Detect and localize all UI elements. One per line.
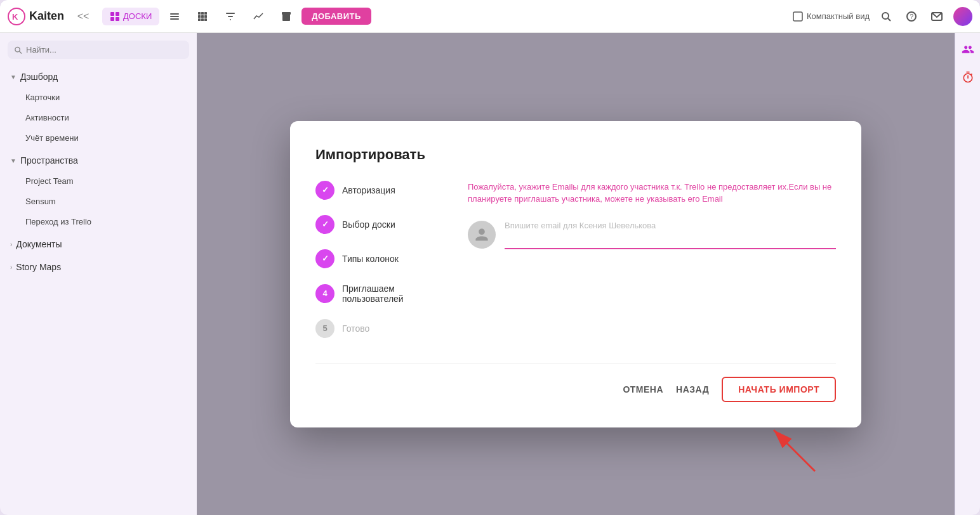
step-2: ✓ Выбор доски bbox=[315, 215, 442, 234]
help-icon-button[interactable]: ? bbox=[903, 8, 920, 25]
step-4: 4 Приглашаем пользователей bbox=[315, 284, 442, 304]
user-email-row: Впишите email для Ксения Шевелькова bbox=[468, 221, 836, 249]
search-input[interactable] bbox=[26, 45, 183, 55]
svg-rect-20 bbox=[230, 19, 231, 20]
user-avatar-icon bbox=[468, 221, 496, 249]
step-5-circle: 5 bbox=[315, 319, 334, 338]
svg-rect-10 bbox=[201, 12, 204, 15]
start-import-button[interactable]: НАЧАТЬ ИМПОРТ bbox=[722, 377, 836, 402]
step-3-circle: ✓ bbox=[315, 249, 334, 268]
sidebar-section-story-maps: › Story Maps bbox=[0, 257, 197, 277]
modal-body: ✓ Авторизация ✓ Выбор доски ✓ Типы колон… bbox=[315, 181, 836, 338]
step-content: Пожалуйста, укажите Emailы для каждого у… bbox=[468, 181, 836, 338]
steps-column: ✓ Авторизация ✓ Выбор доски ✓ Типы колон… bbox=[315, 181, 442, 338]
step-4-circle: 4 bbox=[315, 284, 334, 303]
svg-rect-5 bbox=[116, 17, 119, 21]
chart-nav-button[interactable] bbox=[246, 8, 271, 25]
svg-rect-17 bbox=[204, 18, 207, 21]
step-3-label: Типы колонок bbox=[342, 254, 399, 264]
archive-nav-button[interactable] bbox=[274, 8, 299, 25]
modal-overlay: Импортировать ✓ Авторизация ✓ Выбор доск… bbox=[197, 33, 955, 515]
main-content: ▼ Дэшборд Карточки Активности Учёт време… bbox=[0, 33, 980, 515]
sidebar-item-activities[interactable]: Активности bbox=[5, 108, 192, 127]
step-5-label: Готово bbox=[342, 323, 369, 334]
topbar-nav: ДОСКИ ДОБАВИТЬ bbox=[102, 8, 371, 25]
modal-title: Импортировать bbox=[315, 147, 836, 163]
right-panel bbox=[955, 33, 980, 515]
chevron-down-icon: ▼ bbox=[10, 74, 17, 81]
sidebar-item-sensum[interactable]: Sensum bbox=[5, 192, 192, 211]
sidebar-section-story-maps-header[interactable]: › Story Maps bbox=[0, 257, 197, 277]
step-3: ✓ Типы колонок bbox=[315, 249, 442, 268]
svg-rect-14 bbox=[204, 15, 207, 18]
sidebar-section-documents: › Документы bbox=[0, 234, 197, 254]
users-icon[interactable] bbox=[959, 41, 977, 58]
svg-line-30 bbox=[19, 51, 22, 53]
svg-rect-22 bbox=[285, 16, 288, 18]
sidebar-section-spaces-header[interactable]: ▼ Пространства bbox=[0, 150, 197, 171]
step-notice: Пожалуйста, укажите Emailы для каждого у… bbox=[468, 181, 836, 205]
svg-rect-21 bbox=[282, 12, 291, 15]
svg-text:K: K bbox=[12, 12, 18, 22]
svg-rect-15 bbox=[198, 18, 201, 21]
step-2-label: Выбор доски bbox=[342, 219, 395, 230]
chevron-right-icon: › bbox=[10, 264, 12, 271]
step-4-label: Приглашаем пользователей bbox=[342, 284, 442, 304]
add-button[interactable]: ДОБАВИТЬ bbox=[301, 8, 371, 25]
sidebar-section-dashboard-header[interactable]: ▼ Дэшборд bbox=[0, 67, 197, 87]
filter-nav-button[interactable] bbox=[218, 8, 243, 25]
sidebar-item-cards[interactable]: Карточки bbox=[5, 88, 192, 107]
svg-rect-16 bbox=[201, 18, 204, 21]
app-name: Kaiten bbox=[29, 10, 64, 23]
compact-view-toggle[interactable]: Компактный вид bbox=[793, 11, 870, 22]
sidebar: ▼ Дэшборд Карточки Активности Учёт време… bbox=[0, 33, 197, 515]
cancel-button[interactable]: ОТМЕНА bbox=[623, 384, 663, 394]
svg-rect-11 bbox=[204, 12, 207, 15]
svg-rect-8 bbox=[170, 18, 179, 20]
svg-point-24 bbox=[882, 13, 889, 19]
step-1-circle: ✓ bbox=[315, 181, 334, 200]
user-avatar[interactable] bbox=[953, 7, 972, 26]
svg-rect-6 bbox=[170, 13, 179, 15]
modal-footer: ОТМЕНА НАЗАД НАЧАТЬ ИМПОРТ bbox=[315, 363, 836, 402]
email-placeholder-text: Впишите email для Ксения Шевелькова bbox=[505, 221, 836, 230]
sidebar-section-dashboard: ▼ Дэшборд Карточки Активности Учёт време… bbox=[0, 67, 197, 148]
svg-rect-9 bbox=[198, 12, 201, 15]
sidebar-item-trello-migration[interactable]: Переход из Trello bbox=[5, 212, 192, 231]
svg-text:?: ? bbox=[910, 13, 914, 20]
chevron-right-icon: › bbox=[10, 241, 12, 248]
sidebar-item-time[interactable]: Учёт времени bbox=[5, 128, 192, 148]
search-box[interactable] bbox=[8, 41, 189, 59]
sidebar-section-documents-header[interactable]: › Документы bbox=[0, 234, 197, 254]
boards-nav-button[interactable]: ДОСКИ bbox=[102, 8, 159, 25]
svg-point-29 bbox=[15, 47, 20, 51]
chevron-down-icon: ▼ bbox=[10, 157, 17, 164]
sidebar-section-spaces: ▼ Пространства Project Team Sensum Перех… bbox=[0, 150, 197, 231]
search-icon-button[interactable] bbox=[877, 8, 895, 25]
svg-rect-18 bbox=[226, 13, 235, 14]
import-modal: Импортировать ✓ Авторизация ✓ Выбор доск… bbox=[290, 121, 861, 427]
svg-rect-13 bbox=[201, 15, 204, 18]
svg-rect-4 bbox=[110, 17, 114, 21]
svg-rect-19 bbox=[228, 16, 233, 17]
grid-nav-button[interactable] bbox=[190, 8, 215, 25]
mail-icon-button[interactable] bbox=[928, 8, 946, 25]
step-2-circle: ✓ bbox=[315, 215, 334, 234]
kaiten-logo-icon: K bbox=[8, 8, 25, 25]
sidebar-item-project-team[interactable]: Project Team bbox=[5, 171, 192, 191]
svg-rect-12 bbox=[198, 15, 201, 18]
email-input[interactable] bbox=[505, 233, 836, 249]
back-button[interactable]: НАЗАД bbox=[676, 384, 709, 394]
step-1: ✓ Авторизация bbox=[315, 181, 442, 200]
topbar-right: Компактный вид ? bbox=[793, 7, 972, 26]
timer-icon[interactable] bbox=[959, 68, 977, 86]
collapse-sidebar-button[interactable]: << bbox=[74, 8, 92, 25]
list-nav-button[interactable] bbox=[162, 8, 187, 25]
topbar: K Kaiten << ДОСКИ bbox=[0, 0, 980, 33]
logo-area: K Kaiten bbox=[8, 8, 64, 25]
svg-rect-3 bbox=[116, 12, 119, 16]
content-area: Импортировать ✓ Авторизация ✓ Выбор доск… bbox=[197, 33, 955, 515]
step-5: 5 Готово bbox=[315, 319, 442, 338]
svg-line-25 bbox=[888, 18, 891, 21]
step-1-label: Авторизация bbox=[342, 185, 395, 195]
